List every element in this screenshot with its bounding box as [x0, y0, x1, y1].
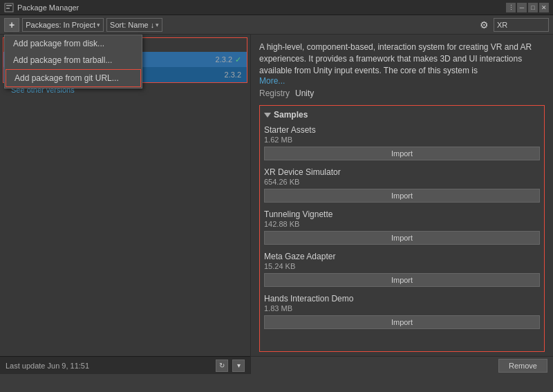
status-bar: Last update Jun 9, 11:51 ↻ ▾: [0, 356, 250, 374]
import-btn-0[interactable]: Import: [264, 147, 540, 160]
description-text: A high-level, component-based, interacti…: [259, 41, 545, 76]
sample-item-xr-device-simulator: XR Device Simulator 654.26 KB Import: [264, 167, 540, 203]
maximize-btn[interactable]: □: [528, 3, 538, 12]
search-input[interactable]: [494, 18, 549, 32]
samples-arrow-icon: [264, 110, 271, 120]
search-box: ⚙: [477, 18, 549, 32]
import-btn-3[interactable]: Import: [264, 273, 540, 287]
svg-rect-1: [6, 5, 12, 6]
sort-chevron-icon: ▾: [156, 21, 159, 28]
dropdown-menu: Add package from disk... Add package fro…: [4, 35, 142, 88]
registry-label: Registry: [259, 88, 290, 98]
add-package-btn[interactable]: +: [4, 18, 19, 32]
import-btn-1[interactable]: Import: [264, 189, 540, 203]
sample-item-tunneling-vignette: Tunneling Vignette 142.88 KB Import: [264, 209, 540, 245]
status-dropdown-btn[interactable]: ▾: [232, 360, 245, 372]
sample-size-4: 1.83 MB: [264, 304, 540, 312]
sample-name-3: Meta Gaze Adapter: [264, 252, 540, 261]
window-icon: [4, 3, 14, 12]
sample-name-2: Tunneling Vignette: [264, 209, 540, 219]
add-from-disk-item[interactable]: Add package from disk...: [5, 35, 142, 52]
samples-container: Samples Starter Assets 1.62 MB Import XR…: [259, 105, 545, 352]
title-bar: Package Manager ⋮ ─ □ ✕: [0, 0, 553, 15]
sample-name-1: XR Device Simulator: [264, 167, 540, 177]
sample-size-2: 142.88 KB: [264, 220, 540, 228]
minimize-btn[interactable]: ─: [517, 3, 527, 12]
sort-dropdown[interactable]: Sort: Name ↓ ▾: [106, 18, 162, 32]
right-description-area: A high-level, component-based, interacti…: [251, 35, 553, 101]
add-from-tarball-item[interactable]: Add package from tarball...: [5, 52, 142, 68]
gear-btn[interactable]: ⚙: [477, 18, 491, 32]
sample-item-hands-interaction-demo: Hands Interaction Demo 1.83 MB Import: [264, 294, 540, 329]
sample-name-0: Starter Assets: [264, 125, 540, 135]
sample-item-meta-gaze-adapter: Meta Gaze Adapter 15.24 KB Import: [264, 252, 540, 287]
sample-size-0: 1.62 MB: [264, 136, 540, 144]
sample-item-starter-assets: Starter Assets 1.62 MB Import: [264, 125, 540, 160]
sample-name-4: Hands Interaction Demo: [264, 294, 540, 304]
chevron-down-icon: ▾: [97, 21, 100, 28]
import-btn-2[interactable]: Import: [264, 231, 540, 245]
refresh-btn[interactable]: ↻: [216, 360, 228, 372]
registry-row: Registry Unity: [259, 88, 545, 98]
sample-size-3: 15.24 KB: [264, 262, 540, 270]
subitem-version: 2.3.2: [225, 71, 241, 79]
close-btn[interactable]: ✕: [539, 3, 549, 12]
remove-btn[interactable]: Remove: [498, 359, 547, 373]
sort-label: Sort: Name ↓: [110, 21, 154, 29]
svg-rect-2: [6, 8, 10, 9]
samples-title: Samples: [274, 110, 308, 120]
registry-value: Unity: [295, 88, 314, 98]
package-version: 2.3.2 ✓: [216, 55, 241, 64]
right-bottom-bar: Remove: [251, 356, 553, 374]
check-icon: ✓: [235, 55, 241, 64]
plus-icon: +: [9, 19, 15, 30]
packages-dropdown[interactable]: Packages: In Project ▾: [22, 18, 104, 32]
sample-size-1: 654.26 KB: [264, 178, 540, 186]
samples-header: Samples: [264, 110, 540, 120]
last-update-text: Last update Jun 9, 11:51: [6, 362, 212, 370]
window-controls: ⋮ ─ □ ✕: [506, 3, 549, 12]
import-btn-4[interactable]: Import: [264, 315, 540, 329]
right-panel: A high-level, component-based, interacti…: [251, 35, 553, 374]
menu-dots-btn[interactable]: ⋮: [506, 3, 516, 12]
toolbar: + Packages: In Project ▾ Sort: Name ↓ ▾ …: [0, 15, 553, 35]
add-from-git-url-item[interactable]: Add package from git URL...: [6, 69, 141, 87]
window-title: Package Manager: [17, 3, 506, 12]
more-link[interactable]: More...: [259, 76, 285, 86]
packages-label: Packages: In Project: [26, 21, 95, 29]
